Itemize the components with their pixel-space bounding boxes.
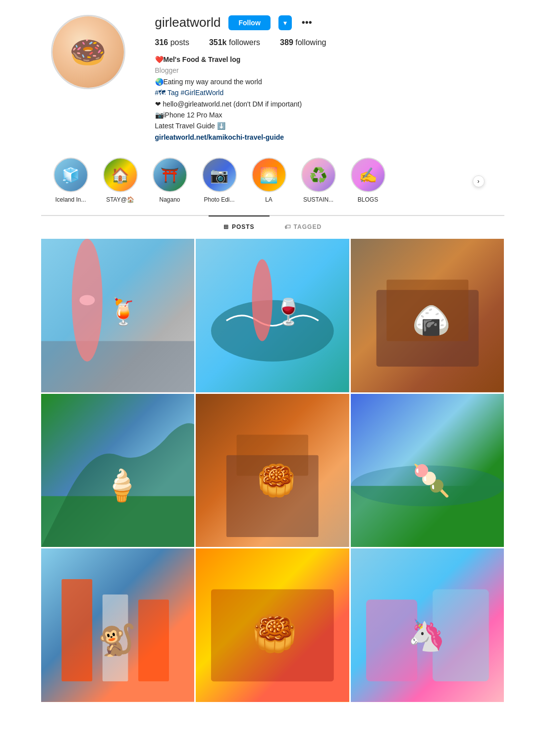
svg-text:🍷: 🍷 <box>272 297 305 327</box>
grid-item-2[interactable]: 🍷 <box>196 239 349 392</box>
grid-image-8: 🥮 <box>196 548 349 702</box>
highlight-label-4: Photo Edi... <box>200 196 239 203</box>
grid-image-9: 🦄 <box>351 548 504 702</box>
highlights-outer: 🧊 Iceland In... 🏠 STAY@🏠 ⛩️ Nagano 📷 Pho… <box>51 158 494 205</box>
grid-item-5[interactable]: 🥮 <box>196 394 349 547</box>
highlight-item-7[interactable]: ✍️ BLOGS <box>348 158 388 203</box>
highlight-label-7: BLOGS <box>348 196 388 203</box>
highlights-section: 🧊 Iceland In... 🏠 STAY@🏠 ⛩️ Nagano 📷 Pho… <box>41 153 504 216</box>
follow-button[interactable]: Follow <box>228 15 270 30</box>
highlight-label-6: SUSTAIN... <box>299 196 338 203</box>
highlight-circle-7: ✍️ <box>351 158 385 192</box>
grid-item-6[interactable]: 🍡 <box>351 394 504 547</box>
bio-category: Blogger <box>155 65 494 76</box>
tab-posts[interactable]: ⊞ POSTS <box>209 216 270 237</box>
highlight-circle-2: 🏠 <box>103 158 138 192</box>
bio-line1: 🌏Eating my way around the world <box>155 76 494 87</box>
grid-item-3[interactable]: 🍙 <box>351 239 504 392</box>
bio-tag: #🗺 Tag #GirlEatWorld <box>155 89 224 97</box>
svg-rect-27 <box>138 600 169 682</box>
grid-item-9[interactable]: 🦄 <box>351 548 504 702</box>
avatar: 🍩 <box>51 15 125 89</box>
grid-image-5: 🥮 <box>196 394 349 547</box>
highlights-scroll: 🧊 Iceland In... 🏠 STAY@🏠 ⛩️ Nagano 📷 Pho… <box>51 158 494 205</box>
highlights-next-button[interactable]: › <box>473 175 485 187</box>
dropdown-button[interactable]: ▾ <box>278 15 292 30</box>
bio-line3: ❤ hello@girleatworld.net (don't DM if im… <box>155 99 494 109</box>
highlight-circle-4: 📷 <box>202 158 237 192</box>
highlight-item-3[interactable]: ⛩️ Nagano <box>150 158 190 203</box>
grid-image-2: 🍷 <box>196 239 349 392</box>
bio-link-wrap: girleatworld.net/kamikochi-travel-guide <box>155 132 494 143</box>
avatar-image: 🍩 <box>53 16 124 88</box>
profile-header: 🍩 girleatworld Follow ▾ ••• 316 posts 35… <box>41 0 504 153</box>
bio-section: ❤️Mel's Food & Travel log Blogger 🌏Eatin… <box>155 54 494 143</box>
grid-item-8[interactable]: 🥮 <box>196 548 349 702</box>
highlight-circle-1: 🧊 <box>54 158 88 192</box>
bio-line4: 📷iPhone 12 Pro Max <box>155 109 494 120</box>
tabs-section: ⊞ POSTS 🏷 TAGGED <box>41 216 504 237</box>
profile-top-row: girleatworld Follow ▾ ••• <box>155 15 494 30</box>
posts-tab-label: POSTS <box>232 223 255 230</box>
highlight-label-5: LA <box>249 196 289 203</box>
highlight-item-5[interactable]: 🌅 LA <box>249 158 289 203</box>
tab-tagged[interactable]: 🏷 TAGGED <box>270 216 336 237</box>
highlight-circle-3: ⛩️ <box>153 158 187 192</box>
avatar-wrap: 🍩 <box>51 15 125 89</box>
svg-text:🥮: 🥮 <box>252 613 297 655</box>
followers-stat[interactable]: 351k followers <box>209 38 260 47</box>
tagged-tab-label: TAGGED <box>294 223 322 230</box>
grid-item-4[interactable]: 🍦 <box>41 394 195 547</box>
tagged-tab-icon: 🏷 <box>284 223 291 230</box>
svg-rect-1 <box>41 341 195 392</box>
highlight-circle-5: 🌅 <box>252 158 286 192</box>
svg-point-3 <box>79 295 95 306</box>
grid-image-4: 🍦 <box>41 394 195 547</box>
grid-image-7: 🐒 <box>41 548 195 702</box>
profile-info: girleatworld Follow ▾ ••• 316 posts 351k… <box>155 15 494 143</box>
svg-point-7 <box>252 259 272 341</box>
highlight-item-1[interactable]: 🧊 Iceland In... <box>51 158 91 203</box>
svg-text:🥮: 🥮 <box>257 462 296 499</box>
highlight-circle-6: ♻️ <box>301 158 336 192</box>
grid-image-6: 🍡 <box>351 394 504 547</box>
grid-image-1: 🍹 <box>41 239 195 392</box>
stats-row: 316 posts 351k followers 389 following <box>155 38 494 47</box>
highlight-label-1: Iceland In... <box>51 196 91 203</box>
highlight-item-4[interactable]: 📷 Photo Edi... <box>200 158 239 203</box>
posts-stat[interactable]: 316 posts <box>155 38 189 47</box>
grid-item-1[interactable]: 🍹 <box>41 239 195 392</box>
more-options-button[interactable]: ••• <box>300 17 314 28</box>
bio-line5: Latest Travel Guide ⬇️ <box>155 120 494 131</box>
grid-item-7[interactable]: 🐒 <box>41 548 195 702</box>
bio-line2: #🗺 Tag #GirlEatWorld <box>155 87 494 98</box>
svg-text:🍡: 🍡 <box>412 462 451 499</box>
bio-name: ❤️Mel's Food & Travel log <box>155 54 494 65</box>
svg-rect-25 <box>61 579 92 681</box>
bio-link[interactable]: girleatworld.net/kamikochi-travel-guide <box>155 133 284 141</box>
posts-tab-icon: ⊞ <box>223 223 229 230</box>
username: girleatworld <box>155 15 221 30</box>
highlight-label-2: STAY@🏠 <box>101 196 140 203</box>
grid-image-3: 🍙 <box>351 239 504 392</box>
svg-text:🦄: 🦄 <box>407 617 445 654</box>
svg-text:🍹: 🍹 <box>108 297 140 327</box>
highlight-label-3: Nagano <box>150 196 190 203</box>
following-stat[interactable]: 389 following <box>280 38 326 47</box>
svg-text:🍙: 🍙 <box>412 302 451 339</box>
svg-text:🐒: 🐒 <box>97 622 136 659</box>
highlight-item-2[interactable]: 🏠 STAY@🏠 <box>101 158 140 203</box>
svg-text:🍦: 🍦 <box>102 467 141 504</box>
posts-grid: 🍹 🍷 <box>41 237 504 703</box>
highlight-item-6[interactable]: ♻️ SUSTAIN... <box>299 158 338 203</box>
